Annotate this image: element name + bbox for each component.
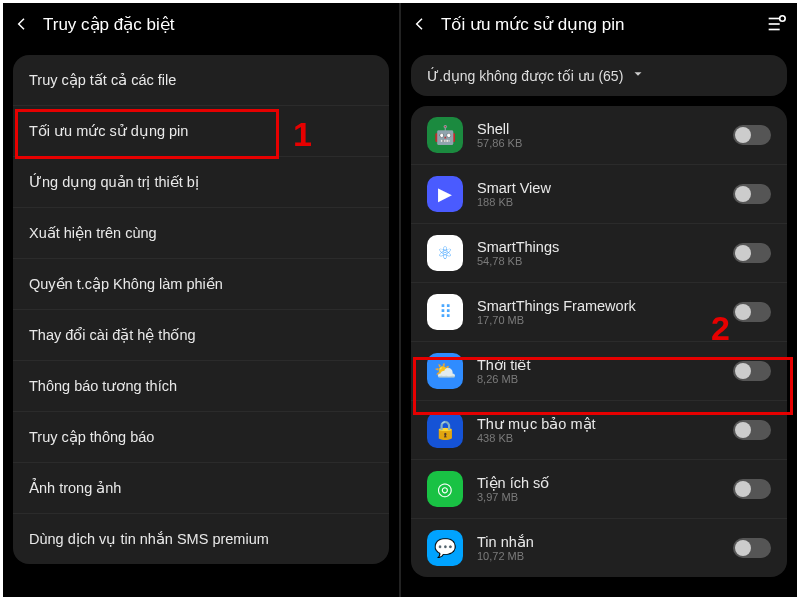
optimize-toggle[interactable] [733, 420, 771, 440]
app-name: Thư mục bảo mật [477, 416, 733, 432]
app-row[interactable]: ⛅Thời tiết8,26 MB [411, 342, 787, 401]
app-size: 10,72 MB [477, 550, 733, 562]
page-title-right: Tối ưu mức sử dụng pin [441, 14, 765, 35]
app-icon: ⛅ [427, 353, 463, 389]
row-label: Ứng dụng quản trị thiết bị [29, 174, 199, 190]
annotation-label-1: 1 [293, 115, 312, 154]
optimize-toggle[interactable] [733, 302, 771, 322]
app-size: 188 KB [477, 196, 733, 208]
special-access-screen: Truy cập đặc biệt Truy cập tất cả các fi… [3, 3, 401, 597]
app-name: SmartThings Framework [477, 298, 733, 314]
page-title-left: Truy cập đặc biệt [43, 14, 389, 35]
app-name: Thời tiết [477, 357, 733, 373]
app-row[interactable]: 💬Tin nhắn10,72 MB [411, 519, 787, 577]
row-draw-over[interactable]: Xuất hiện trên cùng [13, 208, 389, 259]
row-label: Thông báo tương thích [29, 378, 177, 394]
app-name: Shell [477, 121, 733, 137]
header-right: Tối ưu mức sử dụng pin [401, 3, 797, 45]
app-list: 🤖Shell57,86 KB▶Smart View188 KB⚛SmartThi… [411, 106, 787, 577]
row-premium-sms[interactable]: Dùng dịch vụ tin nhắn SMS premium [13, 514, 389, 564]
app-name: SmartThings [477, 239, 733, 255]
optimize-toggle[interactable] [733, 361, 771, 381]
app-row[interactable]: ◎Tiện ích số3,97 MB [411, 460, 787, 519]
row-label: Tối ưu mức sử dụng pin [29, 123, 188, 139]
row-label: Dùng dịch vụ tin nhắn SMS premium [29, 531, 269, 547]
app-name: Smart View [477, 180, 733, 196]
app-row[interactable]: 🔒Thư mục bảo mật438 KB [411, 401, 787, 460]
optimize-toggle[interactable] [733, 538, 771, 558]
row-battery-optimize[interactable]: Tối ưu mức sử dụng pin [13, 106, 389, 157]
header-left: Truy cập đặc biệt [3, 3, 399, 45]
app-size: 8,26 MB [477, 373, 733, 385]
row-modify-system[interactable]: Thay đổi cài đặt hệ thống [13, 310, 389, 361]
optimize-toggle[interactable] [733, 184, 771, 204]
optimize-toggle[interactable] [733, 125, 771, 145]
filter-dropdown[interactable]: Ứ.dụng không được tối ưu (65) [411, 55, 787, 96]
app-row[interactable]: ⚛SmartThings54,78 KB [411, 224, 787, 283]
row-compat-notif[interactable]: Thông báo tương thích [13, 361, 389, 412]
app-name: Tin nhắn [477, 534, 733, 550]
app-size: 3,97 MB [477, 491, 733, 503]
app-row[interactable]: ⠿SmartThings Framework17,70 MB [411, 283, 787, 342]
row-label: Ảnh trong ảnh [29, 480, 121, 496]
battery-optimize-screen: Tối ưu mức sử dụng pin Ứ.dụng không được… [401, 3, 797, 597]
special-access-list: Truy cập tất cả các file Tối ưu mức sử d… [13, 55, 389, 564]
optimize-toggle[interactable] [733, 243, 771, 263]
app-icon: ◎ [427, 471, 463, 507]
optimize-toggle[interactable] [733, 479, 771, 499]
row-label: Truy cập tất cả các file [29, 72, 176, 88]
app-icon: ⚛ [427, 235, 463, 271]
row-label: Quyền t.cập Không làm phiền [29, 276, 223, 292]
row-label: Truy cập thông báo [29, 429, 154, 445]
back-icon[interactable] [411, 15, 429, 33]
svg-point-3 [780, 16, 786, 22]
app-icon: ⠿ [427, 294, 463, 330]
filter-label: Ứ.dụng không được tối ưu (65) [427, 68, 623, 84]
row-notif-access[interactable]: Truy cập thông báo [13, 412, 389, 463]
chevron-down-icon [631, 67, 645, 84]
row-device-admin[interactable]: Ứng dụng quản trị thiết bị [13, 157, 389, 208]
app-icon: 💬 [427, 530, 463, 566]
app-size: 57,86 KB [477, 137, 733, 149]
app-icon: 🤖 [427, 117, 463, 153]
back-icon[interactable] [13, 15, 31, 33]
app-row[interactable]: 🤖Shell57,86 KB [411, 106, 787, 165]
row-label: Xuất hiện trên cùng [29, 225, 157, 241]
app-size: 54,78 KB [477, 255, 733, 267]
app-name: Tiện ích số [477, 475, 733, 491]
annotation-label-2: 2 [711, 309, 730, 348]
app-row[interactable]: ▶Smart View188 KB [411, 165, 787, 224]
row-pip[interactable]: Ảnh trong ảnh [13, 463, 389, 514]
search-menu-icon[interactable] [765, 13, 787, 35]
row-dnd-access[interactable]: Quyền t.cập Không làm phiền [13, 259, 389, 310]
app-size: 438 KB [477, 432, 733, 444]
row-all-files[interactable]: Truy cập tất cả các file [13, 55, 389, 106]
row-label: Thay đổi cài đặt hệ thống [29, 327, 196, 343]
app-icon: ▶ [427, 176, 463, 212]
app-icon: 🔒 [427, 412, 463, 448]
app-size: 17,70 MB [477, 314, 733, 326]
